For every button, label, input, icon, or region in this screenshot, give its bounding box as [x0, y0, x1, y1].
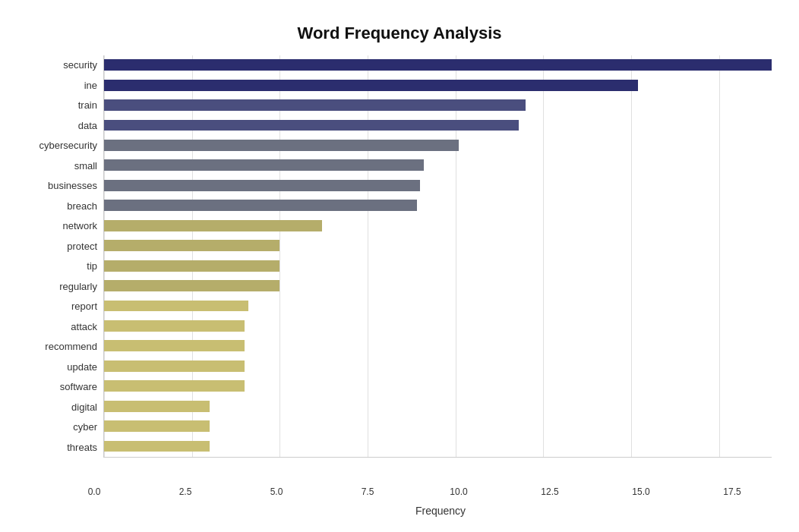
y-label: protect — [67, 241, 97, 251]
y-label: report — [71, 301, 97, 311]
bar — [104, 159, 424, 171]
bar — [104, 99, 526, 111]
bar-row — [104, 136, 772, 155]
bar-row — [104, 176, 772, 195]
y-label: software — [60, 382, 97, 392]
x-tick: 17.5 — [723, 486, 741, 497]
bar-row — [104, 115, 772, 134]
x-tick: 10.0 — [450, 486, 467, 497]
bar — [104, 240, 279, 251]
bar — [104, 140, 459, 151]
bar-row — [104, 417, 772, 436]
y-label: regularly — [59, 282, 97, 291]
chart-area: securityinetraindatacybersecuritysmallbu… — [27, 55, 772, 458]
x-tick: 2.5 — [179, 486, 192, 497]
y-label: recommend — [45, 342, 97, 351]
y-labels: securityinetraindatacybersecuritysmallbu… — [27, 55, 103, 458]
y-label: threats — [67, 442, 97, 452]
bar — [104, 59, 772, 71]
bar-row — [104, 357, 772, 376]
x-tick: 0.0 — [88, 486, 101, 497]
x-axis-label: Frequency — [94, 505, 787, 517]
bar-row — [104, 156, 772, 175]
y-label: cyber — [73, 422, 97, 432]
y-label: breach — [67, 201, 97, 211]
bar-row — [104, 216, 772, 235]
bar-row — [104, 257, 772, 275]
bar-row — [104, 436, 772, 455]
bar — [104, 401, 210, 412]
bar-row — [104, 236, 772, 255]
y-label: update — [67, 362, 97, 372]
bar — [104, 120, 519, 131]
y-label: data — [78, 121, 97, 131]
bar-row — [104, 397, 772, 416]
bar — [104, 420, 210, 432]
y-label: businesses — [48, 181, 97, 190]
bar — [104, 441, 210, 452]
x-tick: 5.0 — [270, 486, 283, 497]
y-label: cybersecurity — [39, 140, 97, 150]
bar — [104, 340, 245, 351]
bar — [104, 380, 245, 392]
bar — [104, 320, 245, 332]
bar-row — [104, 96, 772, 115]
bar — [104, 200, 417, 211]
x-axis-label-container: 0.02.55.07.510.012.515.017.5 Frequency — [12, 486, 787, 517]
y-label: tip — [87, 261, 97, 271]
y-label: train — [78, 100, 97, 110]
bar — [104, 180, 420, 191]
chart-container: Word Frequency Analysis securityinetrain… — [12, 8, 787, 524]
y-label: attack — [71, 322, 97, 332]
bar — [104, 80, 638, 91]
y-label: network — [62, 221, 97, 231]
bar-row — [104, 316, 772, 335]
y-label: ine — [84, 80, 97, 90]
x-tick: 7.5 — [362, 486, 374, 497]
y-label: security — [63, 60, 97, 70]
chart-title: Word Frequency Analysis — [27, 24, 772, 43]
y-label: small — [74, 161, 97, 171]
y-label: digital — [71, 402, 97, 412]
bar — [104, 260, 279, 272]
bar — [104, 280, 279, 291]
bar-row — [104, 376, 772, 395]
bar-row — [104, 296, 772, 315]
bar-row — [104, 276, 772, 295]
x-tick: 12.5 — [541, 486, 558, 497]
bar-row — [104, 336, 772, 355]
bar-row — [104, 76, 772, 95]
x-tick: 15.0 — [632, 486, 649, 497]
bar-row — [104, 55, 772, 74]
bar — [104, 360, 245, 372]
bar — [104, 220, 322, 231]
bar-row — [104, 196, 772, 215]
bars-area — [103, 55, 772, 458]
bar — [104, 301, 248, 312]
